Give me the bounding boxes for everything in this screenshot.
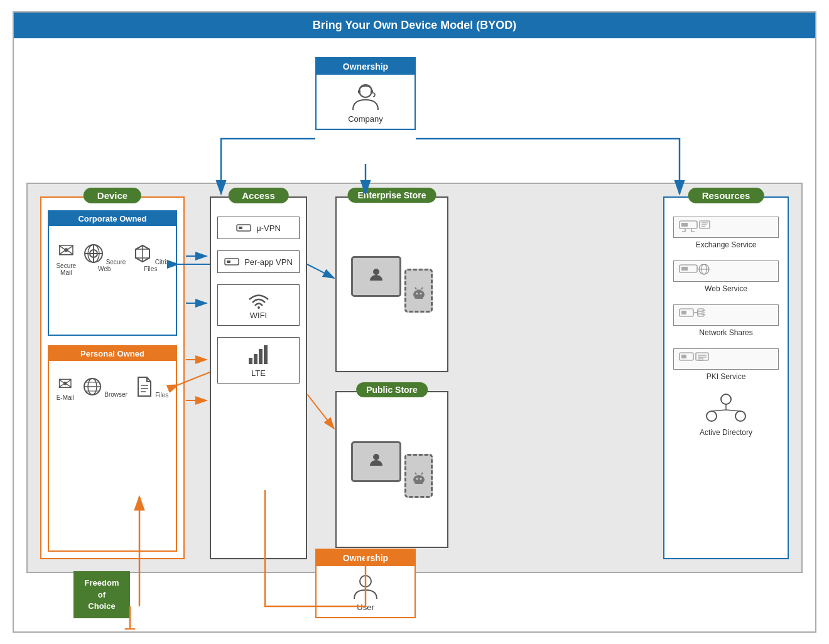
secure-mail-icon-item: ✉ Secure Mail — [52, 239, 80, 276]
exchange-service-item — [673, 217, 779, 238]
enterprise-store-section: Enterprise Store — [335, 196, 448, 372]
apple-icon-2 — [364, 451, 389, 473]
lte-item: LTE — [217, 337, 300, 384]
secure-mail-icon: ✉ — [52, 239, 80, 262]
per-app-vpn-icon — [224, 256, 239, 267]
browser-icon — [82, 377, 102, 397]
outer-wrapper: Bring Your Own Device Model (BYOD) Owner… — [13, 11, 816, 633]
files-label: Files — [155, 392, 168, 399]
svg-line-61 — [712, 410, 726, 411]
svg-rect-52 — [681, 355, 686, 358]
public-store-icon-area — [337, 392, 447, 547]
main-content: Ownership Company Device — [14, 38, 815, 630]
micro-vpn-item: μ-VPN — [217, 217, 300, 239]
svg-rect-37 — [681, 223, 688, 227]
enterprise-tablet-icon — [351, 256, 401, 297]
active-directory-icon — [704, 390, 748, 424]
svg-rect-19 — [227, 260, 230, 263]
user-ownership-box: Ownership User — [315, 549, 416, 618]
browser-label: Browser — [104, 391, 127, 398]
company-ownership-body: Company — [317, 75, 414, 129]
pki-service-item — [673, 348, 779, 370]
lte-icon — [246, 343, 271, 367]
svg-rect-17 — [239, 227, 242, 229]
svg-line-62 — [726, 410, 740, 411]
per-app-vpn-item: Per-app VPN — [217, 250, 300, 273]
per-app-vpn-label: Per-app VPN — [244, 257, 293, 267]
public-store-mockup — [351, 441, 433, 498]
user-person-icon — [352, 572, 380, 601]
corporate-owned-header: Corporate Owned — [49, 212, 176, 226]
company-ownership-box: Ownership Company — [315, 57, 416, 130]
svg-rect-45 — [681, 311, 686, 314]
pki-service-label: PKI Service — [673, 372, 779, 381]
svg-rect-40 — [681, 267, 688, 271]
public-phone-icon — [404, 454, 433, 498]
svg-rect-53 — [696, 353, 708, 360]
svg-line-29 — [421, 287, 423, 289]
svg-line-68 — [307, 264, 334, 278]
network-shares-icon — [679, 308, 710, 322]
secure-mail-label: Secure Mail — [56, 262, 76, 276]
company-person-icon — [350, 81, 381, 112]
email-icon: ✉ — [57, 373, 74, 394]
svg-rect-2 — [371, 90, 373, 94]
public-store-label: Public Store — [356, 382, 428, 397]
svg-point-57 — [721, 394, 731, 404]
svg-rect-24 — [264, 345, 268, 364]
enterprise-phone-icon — [404, 269, 433, 313]
web-service-container: Web Service — [664, 260, 788, 293]
exchange-service-container: Exchange Service — [664, 217, 788, 249]
enterprise-store-mockup — [351, 256, 433, 313]
web-service-item — [673, 260, 779, 282]
corporate-icons: ✉ Secure Mail Secure Web — [49, 226, 176, 279]
personal-owned-box: Personal Owned ✉ E-Mail — [48, 345, 177, 552]
gray-container: Device Corporate Owned ✉ Secure Mail — [26, 183, 803, 573]
browser-icon-item: Browser — [82, 377, 127, 398]
wifi-item: WIFI — [217, 284, 300, 326]
network-shares-container: Network Shares — [664, 304, 788, 337]
active-directory-container: Active Directory — [673, 390, 779, 437]
user-label: User — [317, 603, 414, 612]
title-text: Bring Your Own Device Model (BYOD) — [313, 19, 516, 31]
title-bar: Bring Your Own Device Model (BYOD) — [14, 13, 815, 38]
android-icon — [411, 282, 426, 299]
secure-web-icon — [83, 243, 104, 264]
svg-point-58 — [707, 411, 717, 421]
svg-rect-23 — [259, 349, 263, 364]
public-tablet-icon — [351, 441, 401, 482]
svg-point-59 — [735, 411, 745, 421]
public-store-section: Public Store — [335, 391, 448, 548]
device-label: Device — [84, 188, 141, 203]
pki-service-container: PKI Service — [664, 348, 788, 381]
exchange-service-label: Exchange Service — [673, 240, 779, 249]
files-icon — [136, 376, 153, 397]
enterprise-store-label: Enterprise Store — [348, 188, 436, 203]
svg-point-20 — [257, 306, 260, 309]
apple-icon — [364, 266, 389, 287]
network-shares-item — [673, 304, 779, 326]
personal-icons: ✉ E-Mail Browser — [49, 361, 176, 404]
svg-rect-21 — [249, 358, 252, 364]
network-shares-label: Network Shares — [673, 328, 779, 337]
wifi-label: WIFI — [221, 311, 296, 320]
citrix-files-icon — [132, 243, 153, 264]
micro-vpn-icon — [236, 222, 251, 233]
freedom-choice-label: FreedomofChoice — [85, 578, 119, 610]
citrix-files-icon-item: Citrix Files — [129, 243, 173, 272]
svg-rect-22 — [254, 354, 257, 364]
email-icon-item: ✉ E-Mail — [57, 373, 74, 401]
company-ownership-header: Ownership — [317, 58, 414, 75]
android-icon-2 — [411, 467, 426, 485]
svg-line-28 — [415, 287, 416, 289]
wifi-icon — [246, 290, 271, 309]
svg-point-75 — [360, 576, 371, 587]
access-section: Access μ-VPN — [210, 196, 307, 559]
freedom-choice-box: FreedomofChoice — [73, 571, 130, 618]
pki-service-icon — [679, 352, 710, 366]
secure-web-icon-item: Secure Web — [80, 243, 129, 272]
files-icon-item: Files — [136, 376, 168, 399]
resources-label: Resources — [688, 188, 764, 203]
svg-line-70 — [307, 394, 334, 429]
access-label: Access — [228, 188, 289, 203]
